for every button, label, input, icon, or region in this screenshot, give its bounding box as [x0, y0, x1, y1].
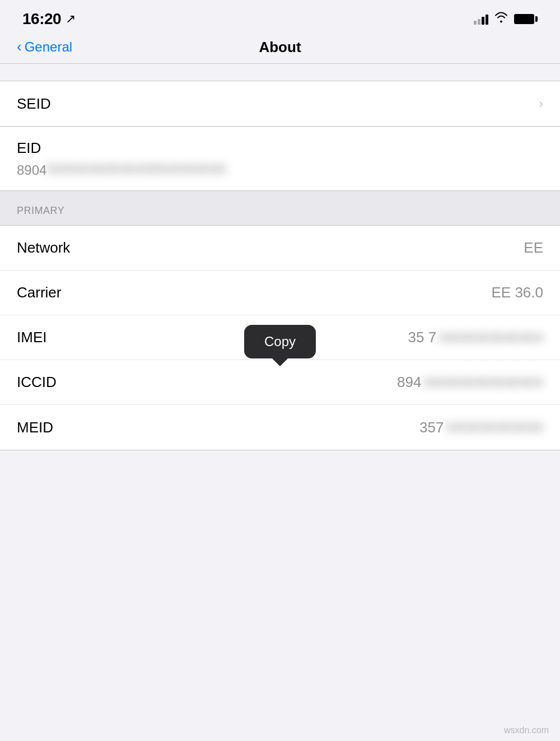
seid-row-right: › [539, 96, 543, 111]
meid-value-blurred: 0404040404040 [446, 420, 543, 435]
carrier-value: EE 36.0 [491, 284, 543, 301]
location-icon: ↗ [66, 12, 76, 26]
eid-row-left: EID 8904 504040400040400040404040 [17, 139, 543, 178]
back-label: General [25, 39, 72, 55]
eid-label: EID [17, 139, 543, 157]
meid-row-right: 357 0404040404040 [419, 419, 543, 436]
network-row-right: EE [524, 239, 543, 257]
meid-row-left: MEID [17, 419, 419, 436]
eid-group: EID 8904 504040400040400040404040 [0, 127, 560, 191]
network-label: Network [17, 239, 524, 257]
carrier-label: Carrier [17, 284, 491, 301]
carrier-row-right: EE 36.0 [491, 284, 543, 301]
eid-value-blurred: 504040400040400040404040 [46, 161, 226, 177]
signal-bar-2 [478, 19, 480, 25]
meid-label: MEID [17, 419, 419, 436]
eid-row[interactable]: EID 8904 504040400040400040404040 [0, 127, 560, 190]
carrier-row-left: Carrier [17, 284, 491, 301]
seid-label: SEID [17, 95, 539, 113]
content-area: SEID › EID 8904 504040400040400040404040… [0, 64, 560, 450]
signal-bar-1 [474, 21, 477, 25]
meid-row[interactable]: MEID 357 0404040404040 [0, 405, 560, 450]
network-value: EE [524, 239, 543, 257]
back-button[interactable]: ‹ General [17, 39, 72, 55]
primary-section-header: PRIMARY [0, 191, 560, 225]
battery-icon [514, 14, 538, 24]
imei-row-right: 35 7 04040404040404 [408, 329, 543, 346]
battery-body [514, 14, 534, 24]
network-row[interactable]: Network EE [0, 226, 560, 271]
imei-value-start: 35 7 [408, 329, 437, 346]
iccid-row[interactable]: ICCID 894 0404040404040404 [0, 360, 560, 405]
status-time: 16:20 [22, 10, 61, 28]
signal-bars [474, 13, 488, 25]
iccid-label: ICCID [17, 374, 397, 391]
iccid-value-blurred: 0404040404040404 [423, 375, 543, 390]
nav-bar: ‹ General About [0, 34, 560, 64]
primary-header-label: PRIMARY [17, 205, 64, 216]
page-title: About [259, 39, 301, 56]
primary-group: Network EE Carrier EE 36.0 IMEI 35 7 040… [0, 225, 560, 450]
signal-bar-4 [486, 15, 488, 25]
iccid-row-right: 894 0404040404040404 [397, 374, 543, 391]
iccid-row-left: ICCID [17, 374, 397, 391]
signal-bar-3 [482, 17, 484, 25]
imei-label: IMEI [17, 329, 408, 346]
status-icons [474, 12, 538, 26]
seid-row-left: SEID [17, 95, 539, 113]
wifi-icon [494, 12, 508, 26]
watermark: wsxdn.com [504, 725, 549, 735]
network-row-left: Network [17, 239, 524, 257]
top-spacer [0, 64, 560, 81]
eid-value-start: 8904 [17, 162, 46, 178]
imei-value-blurred: 04040404040404 [438, 330, 543, 346]
status-bar: 16:20 ↗ [0, 0, 560, 34]
battery-tip [535, 16, 538, 22]
imei-row[interactable]: IMEI 35 7 04040404040404 [0, 315, 560, 360]
imei-row-left: IMEI [17, 329, 408, 346]
seid-group: SEID › [0, 81, 560, 127]
seid-row[interactable]: SEID › [0, 81, 560, 126]
back-chevron-icon: ‹ [17, 39, 22, 54]
carrier-row[interactable]: Carrier EE 36.0 [0, 271, 560, 315]
seid-chevron-icon: › [539, 96, 543, 111]
iccid-value-start: 894 [397, 374, 421, 391]
meid-value-start: 357 [419, 419, 444, 436]
